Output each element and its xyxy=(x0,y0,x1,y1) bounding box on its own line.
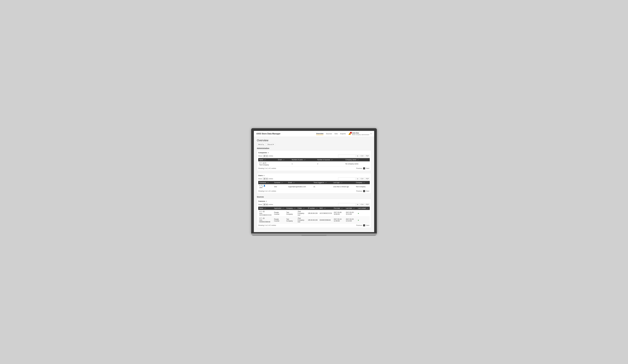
companies-subsection: Companies ⊕ Show 10 25 50 entries xyxy=(257,150,371,171)
cam-1-view-icon[interactable]: 👁 xyxy=(259,211,261,212)
cameras-csv-button[interactable]: CSV xyxy=(360,203,365,206)
hide-all-button[interactable]: Hide all ▲ xyxy=(257,143,265,146)
companies-prev-button[interactable]: Previous xyxy=(356,167,363,170)
nav-sources[interactable]: Sources xyxy=(326,133,332,135)
show-all-button[interactable]: Show all ▼ xyxy=(266,143,276,146)
user-edit-icon[interactable]: ✎ xyxy=(259,185,261,187)
companies-next-button[interactable]: Next xyxy=(366,167,370,170)
cameras-tbody: 👁 ✎ 🗑 Axis-ACCC8E0CCCC8 People Counter T… xyxy=(258,210,370,224)
num-users-sort-icon[interactable]: ▲▼ xyxy=(304,159,306,160)
cam-ip-sort-icon[interactable]: ▲▼ xyxy=(316,208,318,209)
companies-table-actions: ⧉ CSV PDF xyxy=(338,155,370,157)
companies-csv-button[interactable]: CSV xyxy=(360,155,365,157)
cameras-pdf-button[interactable]: PDF xyxy=(365,203,370,206)
users-entries-select[interactable]: 10 25 50 xyxy=(262,178,268,180)
users-csv-button[interactable]: CSV xyxy=(360,178,365,180)
user-email: support@cognimatics.com xyxy=(287,184,313,189)
table-row: 👁 ✎ 🗑 Axis-00408CE5B6AB People Counter T… xyxy=(258,217,370,224)
user-email-sort-icon[interactable]: ▲▼ xyxy=(293,182,295,183)
cameras-search-input[interactable] xyxy=(338,203,356,206)
companies-entries-select[interactable]: 10 25 50 xyxy=(262,155,268,157)
users-col-surname: Surname ▲▼ xyxy=(273,181,287,184)
user-last-login: Less than a minute ago xyxy=(332,184,355,189)
export-icon[interactable]: ⧉ xyxy=(265,162,266,164)
edit-icon[interactable]: ✎ xyxy=(261,162,263,164)
cameras-entries-label: entries xyxy=(269,204,273,205)
companies-pdf-button[interactable]: PDF xyxy=(365,155,370,157)
cam-2-view-icon[interactable]: 👁 xyxy=(259,217,261,219)
companies-page-1-button[interactable]: 1 xyxy=(363,167,365,169)
email-sort-icon[interactable]: ▲▼ xyxy=(282,159,285,160)
alert-icon[interactable]: ! 2 xyxy=(348,132,351,135)
cam-company-sort-icon[interactable]: ▲▼ xyxy=(294,208,296,209)
companies-copy-button[interactable]: ⧉ xyxy=(356,155,359,157)
last-login-sort-icon[interactable]: ▲▼ xyxy=(340,182,342,183)
cam-folder-sort-icon[interactable]: ▲▼ xyxy=(303,208,305,209)
cam-1-delete-icon[interactable]: 🗑 xyxy=(263,211,265,212)
user-role: Multi-company administrator xyxy=(352,134,369,135)
user-company-sort-icon[interactable]: ▲▼ xyxy=(363,182,365,183)
cameras-prev-button[interactable]: Previous xyxy=(356,224,363,227)
name-sort-icon[interactable]: ▲▼ xyxy=(264,159,266,160)
users-prev-button[interactable]: Previous xyxy=(356,190,363,192)
cam-first-date-sort-icon[interactable]: ▲▼ xyxy=(341,208,343,209)
forename-sort-icon[interactable]: ▲▼ xyxy=(267,182,269,183)
cam-2-delete-icon[interactable]: 🗑 xyxy=(263,217,265,219)
users-show-label: Show xyxy=(258,178,262,180)
users-subsection: Users ⊕ Show 10 25 50 entries xyxy=(257,173,371,194)
user-dropdown-arrow[interactable]: ▼ xyxy=(370,133,372,134)
companies-show-label: Show xyxy=(258,155,262,157)
cam-1-mac: ACCC8E0CCCC8 xyxy=(319,210,333,217)
screen-bezel: AXIS Store Data Manager Overview Sources… xyxy=(251,128,377,234)
delete-icon[interactable]: 🗑 xyxy=(263,162,265,164)
view-icon[interactable]: 👁 xyxy=(259,162,261,164)
users-info-icon[interactable]: ⊕ xyxy=(263,175,265,177)
cam-1-row-actions: 👁 ✎ 🗑 xyxy=(259,211,272,212)
cameras-page-1-button[interactable]: 1 xyxy=(363,224,365,226)
companies-pagination: Showing 1 to 1 of 1 entries Previous 1 N… xyxy=(258,167,370,170)
nav-overview[interactable]: Overview xyxy=(316,133,323,135)
app-title: AXIS Store Data Manager xyxy=(256,133,316,135)
table-row: 👁 ✎ 🗑 Axis-ACCC8E0CCCC8 People Counter T… xyxy=(258,210,370,217)
cam-1-edit-icon[interactable]: ✎ xyxy=(261,211,263,212)
nav-exports[interactable]: Exports xyxy=(340,133,346,135)
cam-row-1-name: 👁 ✎ 🗑 Axis-ACCC8E0CCCC8 xyxy=(258,210,273,217)
times-logged-sort-icon[interactable]: ▲▼ xyxy=(325,182,327,183)
cam-last-contact-sort-icon[interactable]: ▲▼ xyxy=(367,208,369,209)
user-forename: John xyxy=(259,187,262,188)
cameras-subsection: Cameras ⊕ Show 10 25 50 entries xyxy=(257,199,371,228)
cameras-copy-button[interactable]: ⧉ xyxy=(356,203,359,206)
cam-2-folder: /Test Company-root xyxy=(297,217,307,224)
cam-name-sort-icon[interactable]: ▲▼ xyxy=(264,208,266,209)
users-pdf-button[interactable]: PDF xyxy=(365,178,370,180)
cameras-info-icon[interactable]: ⊕ xyxy=(266,200,267,202)
users-next-button[interactable]: Next xyxy=(366,190,370,192)
cam-app-sort-icon[interactable]: ▲▼ xyxy=(282,208,284,209)
cam-1-application: People Counter xyxy=(273,210,285,217)
companies-col-owner: Company owner ▲▼ xyxy=(344,158,370,161)
companies-info-icon[interactable]: ⊕ xyxy=(268,152,269,154)
surname-sort-icon[interactable]: ▲▼ xyxy=(281,182,283,183)
nav-sets[interactable]: Sets xyxy=(334,133,338,135)
cameras-next-button[interactable]: Next xyxy=(366,224,370,227)
owner-sort-icon[interactable]: ▲▼ xyxy=(357,159,359,160)
users-page-1-button[interactable]: 1 xyxy=(363,190,365,192)
users-copy-button[interactable]: ⧉ xyxy=(356,178,359,180)
companies-search-input[interactable] xyxy=(338,155,356,157)
cameras-col-name: Name ▲▼ xyxy=(258,207,273,210)
cam-2-ip: 195.60.68.156 xyxy=(307,217,318,224)
cameras-col-ip: IP number ▲▼ xyxy=(307,207,318,210)
num-sources-sort-icon[interactable]: ▲▼ xyxy=(331,159,333,160)
users-search-input[interactable] xyxy=(338,178,356,180)
cam-2-edit-icon[interactable]: ✎ xyxy=(261,217,263,219)
company-owner: No company owner. xyxy=(344,161,370,167)
user-search-icon[interactable]: 🔍 xyxy=(261,185,263,187)
cam-2-last-contact: ● xyxy=(357,217,370,224)
cam-last-date-sort-icon[interactable]: ▲▼ xyxy=(353,208,355,209)
user-person-icon[interactable]: 👤 xyxy=(263,185,265,187)
companies-tbody: 👁 ✎ 🗑 ⧉ Test Company 1 2 xyxy=(258,161,370,167)
users-entries-label: entries xyxy=(269,178,273,180)
users-title: Users xyxy=(258,175,263,177)
cameras-entries-select[interactable]: 10 25 50 xyxy=(262,203,268,206)
cam-mac-sort-icon[interactable]: ▲▼ xyxy=(324,208,326,209)
